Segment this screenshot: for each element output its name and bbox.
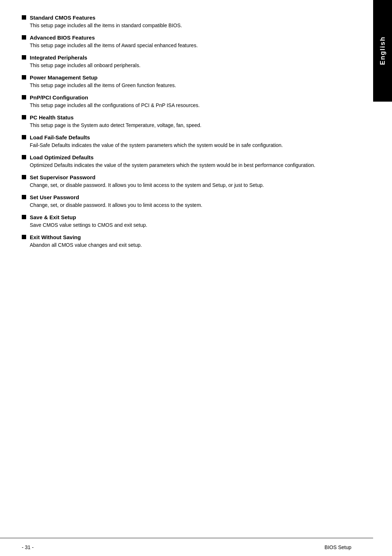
footer-label: BIOS Setup: [324, 544, 351, 550]
menu-description: This setup page includes all the items i…: [30, 22, 363, 29]
menu-title: Load Fail-Safe Defaults: [22, 134, 363, 140]
bullet-icon: [22, 95, 26, 99]
bullet-icon: [22, 175, 26, 179]
bullet-icon: [22, 55, 26, 60]
menu-item: Advanced BIOS FeaturesThis setup page in…: [22, 34, 363, 49]
menu-title: Save & Exit Setup: [22, 214, 363, 220]
bullet-icon: [22, 155, 26, 159]
menu-item: Set User PasswordChange, set, or disable…: [22, 194, 363, 209]
menu-description: This setup page includes all the configu…: [30, 102, 363, 109]
menu-title-text: Set User Password: [30, 194, 79, 200]
bullet-icon: [22, 115, 26, 119]
english-tab: English: [373, 0, 392, 102]
menu-title-text: Load Optimized Defaults: [30, 154, 94, 160]
menu-description: Fail-Safe Defaults indicates the value o…: [30, 142, 363, 149]
menu-title-text: PC Health Status: [30, 114, 74, 120]
menu-description: This setup page includes all onboard per…: [30, 62, 363, 69]
menu-title: Standard CMOS Features: [22, 15, 363, 21]
menu-title-text: Standard CMOS Features: [30, 15, 95, 21]
english-tab-text: English: [379, 36, 387, 65]
menu-title-text: Load Fail-Safe Defaults: [30, 134, 90, 140]
menu-title: Load Optimized Defaults: [22, 154, 363, 160]
menu-title-text: Exit Without Saving: [30, 234, 81, 240]
menu-title-text: Advanced BIOS Features: [30, 34, 95, 41]
menu-description: This setup page includes all the items o…: [30, 42, 363, 49]
menu-description: This setup page is the System auto detec…: [30, 122, 363, 129]
bullet-icon: [22, 15, 26, 20]
menu-title: PC Health Status: [22, 114, 363, 120]
menu-description: Optimized Defaults indicates the value o…: [30, 162, 363, 169]
menu-title-text: Save & Exit Setup: [30, 214, 76, 220]
menu-title-text: Integrated Peripherals: [30, 54, 87, 61]
menu-item: PC Health StatusThis setup page is the S…: [22, 114, 363, 129]
menu-title: PnP/PCI Configuration: [22, 94, 363, 101]
menu-title-text: Set Supervisor Password: [30, 174, 95, 180]
menu-item: Load Optimized DefaultsOptimized Default…: [22, 154, 363, 169]
page-container: English Standard CMOS FeaturesThis setup…: [0, 0, 392, 556]
bullet-icon: [22, 195, 26, 199]
bullet-icon: [22, 235, 26, 239]
menu-item: Set Supervisor PasswordChange, set, or d…: [22, 174, 363, 189]
menu-description: This setup page includes all the items o…: [30, 82, 363, 89]
footer-page: - 31 -: [22, 544, 34, 550]
menu-title-text: Power Management Setup: [30, 74, 98, 81]
menu-item: PnP/PCI ConfigurationThis setup page inc…: [22, 94, 363, 109]
menu-item: Save & Exit SetupSave CMOS value setting…: [22, 214, 363, 229]
menu-item: Standard CMOS FeaturesThis setup page in…: [22, 15, 363, 29]
bullet-icon: [22, 75, 26, 79]
bullet-icon: [22, 35, 26, 40]
menu-description: Abandon all CMOS value changes and exit …: [30, 241, 363, 249]
menu-item: Integrated PeripheralsThis setup page in…: [22, 54, 363, 69]
menu-title: Power Management Setup: [22, 74, 363, 81]
footer: - 31 - BIOS Setup: [0, 538, 373, 556]
menu-description: Change, set, or disable password. It all…: [30, 201, 363, 209]
menu-item: Exit Without SavingAbandon all CMOS valu…: [22, 234, 363, 249]
menu-title-text: PnP/PCI Configuration: [30, 94, 88, 101]
menu-item: Load Fail-Safe DefaultsFail-Safe Default…: [22, 134, 363, 149]
menu-title: Integrated Peripherals: [22, 54, 363, 61]
main-content: Standard CMOS FeaturesThis setup page in…: [22, 15, 363, 527]
menu-description: Change, set, or disable password. It all…: [30, 181, 363, 189]
menu-title: Set Supervisor Password: [22, 174, 363, 180]
bullet-icon: [22, 135, 26, 139]
menu-title: Set User Password: [22, 194, 363, 200]
menu-description: Save CMOS value settings to CMOS and exi…: [30, 221, 363, 229]
menu-item: Power Management SetupThis setup page in…: [22, 74, 363, 89]
menu-title: Advanced BIOS Features: [22, 34, 363, 41]
menu-title: Exit Without Saving: [22, 234, 363, 240]
bullet-icon: [22, 215, 26, 219]
